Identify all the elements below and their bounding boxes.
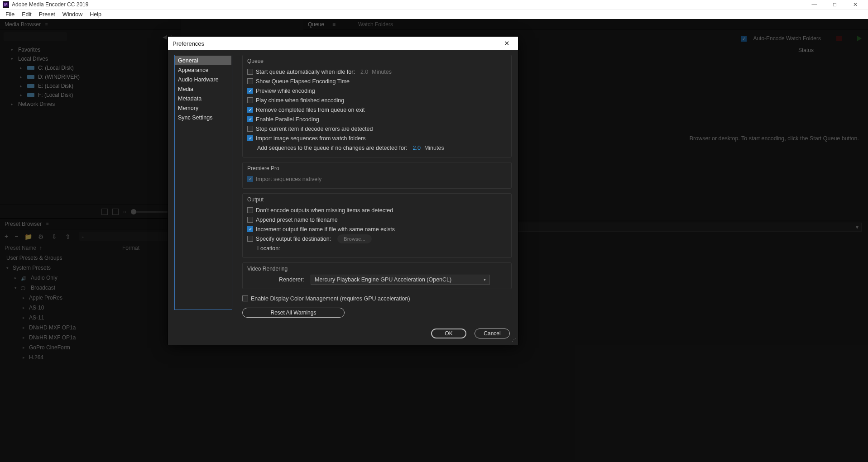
window-minimize-button[interactable]: —: [804, 0, 825, 9]
prefs-cat-metadata[interactable]: Metadata: [175, 94, 231, 103]
menu-preset[interactable]: Preset: [35, 11, 59, 18]
window-close-button[interactable]: ✕: [845, 0, 865, 9]
prefs-cat-media[interactable]: Media: [175, 84, 231, 94]
chk-elapsed[interactable]: [247, 78, 253, 84]
lbl-renderer: Renderer:: [279, 276, 303, 283]
chk-increment[interactable]: [247, 226, 253, 232]
group-video-rendering: Video Rendering Renderer: Mercury Playba…: [242, 262, 512, 289]
lbl-import-native: Import sequences natively: [256, 176, 321, 182]
lbl-remove-exit: Remove completed files from queue on exi…: [256, 107, 364, 113]
chk-specify-dest[interactable]: [247, 236, 253, 242]
cancel-button[interactable]: Cancel: [475, 329, 510, 338]
titlebar: Adobe Media Encoder CC 2019 — □ ✕: [0, 0, 868, 9]
chk-stop-decode[interactable]: [247, 126, 253, 132]
unit-minutes: Minutes: [372, 69, 392, 75]
group-render-title: Video Rendering: [247, 266, 507, 272]
lbl-chime: Play chime when finished encoding: [256, 97, 344, 104]
browse-button[interactable]: Browse...: [337, 234, 372, 243]
lbl-import-watch: Import image sequences from watch folder…: [256, 135, 365, 142]
lbl-elapsed: Show Queue Elapsed Encoding Time: [256, 78, 350, 85]
chk-color-mgmt[interactable]: [242, 295, 248, 301]
lbl-location: Location:: [257, 245, 280, 252]
dialog-title: Preferences: [173, 40, 204, 47]
chk-import-native: [247, 176, 253, 182]
chk-start-auto[interactable]: [247, 69, 253, 75]
window-maximize-button[interactable]: □: [825, 0, 845, 9]
chk-import-watch[interactable]: [247, 135, 253, 141]
group-output: Output Don't encode outputs when missing…: [242, 193, 512, 258]
chk-remove-exit[interactable]: [247, 107, 253, 113]
preferences-dialog: Preferences ✕ General Appearance Audio H…: [168, 36, 518, 345]
val-add-seq[interactable]: 2.0: [413, 145, 421, 151]
menu-help[interactable]: Help: [86, 11, 105, 18]
lbl-increment: Increment output file name if file with …: [256, 226, 395, 233]
ok-button[interactable]: OK: [431, 329, 466, 338]
lbl-preview: Preview while encoding: [256, 88, 315, 94]
lbl-parallel: Enable Parallel Encoding: [256, 116, 319, 123]
chk-chime[interactable]: [247, 97, 253, 103]
prefs-cat-general[interactable]: General: [175, 56, 231, 65]
lbl-start-auto: Start queue automatically when idle for:: [256, 69, 355, 75]
lbl-color-mgmt: Enable Display Color Management (require…: [251, 295, 410, 302]
prefs-cat-memory[interactable]: Memory: [175, 103, 231, 113]
prefs-cat-sync-settings[interactable]: Sync Settings: [175, 113, 231, 122]
menu-file[interactable]: File: [2, 11, 18, 18]
chk-append-preset[interactable]: [247, 217, 253, 223]
val-start-auto[interactable]: 2.0: [360, 69, 368, 75]
lbl-append-preset: Append preset name to filename: [256, 217, 338, 223]
chk-no-missing[interactable]: [247, 207, 253, 213]
app-logo-icon: [3, 1, 9, 8]
menu-edit[interactable]: Edit: [18, 11, 35, 18]
lbl-specify-dest: Specify output file destination:: [256, 236, 331, 242]
reset-warnings-button[interactable]: Reset All Warnings: [242, 308, 345, 318]
prefs-cat-appearance[interactable]: Appearance: [175, 65, 231, 75]
renderer-select[interactable]: Mercury Playback Engine GPU Acceleration…: [311, 275, 490, 285]
lbl-add-seq: Add sequences to the queue if no changes…: [257, 145, 408, 151]
menu-window[interactable]: Window: [59, 11, 86, 18]
unit-minutes: Minutes: [424, 145, 444, 151]
window-title: Adobe Media Encoder CC 2019: [12, 1, 88, 8]
group-queue: Queue Start queue automatically when idl…: [242, 55, 512, 157]
prefs-category-list: General Appearance Audio Hardware Media …: [174, 55, 232, 310]
group-ppro-title: Premiere Pro: [247, 165, 507, 171]
menubar: File Edit Preset Window Help: [0, 9, 868, 19]
group-output-title: Output: [247, 196, 507, 203]
resize-grip-icon[interactable]: ⋰: [512, 337, 515, 342]
group-premiere-pro: Premiere Pro Import sequences natively: [242, 162, 512, 189]
lbl-stop-decode: Stop current item if decode errors are d…: [256, 126, 373, 132]
lbl-no-missing: Don't encode outputs when missing items …: [256, 207, 393, 214]
dialog-close-button[interactable]: ✕: [500, 39, 513, 48]
group-queue-title: Queue: [247, 58, 507, 64]
chk-preview[interactable]: [247, 88, 253, 94]
prefs-cat-audio-hardware[interactable]: Audio Hardware: [175, 75, 231, 84]
chk-parallel[interactable]: [247, 116, 253, 122]
